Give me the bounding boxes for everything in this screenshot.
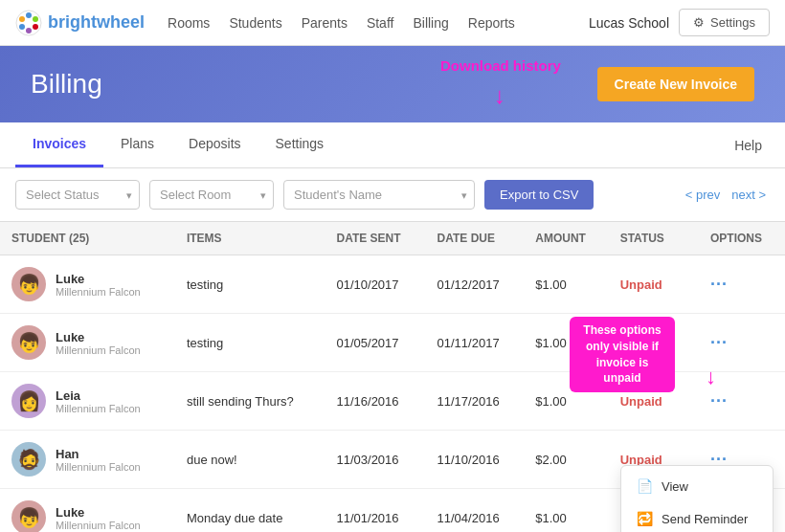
col-status: STATUS [609,222,699,255]
nav-staff[interactable]: Staff [367,15,394,31]
col-date-due: DATE DUE [426,222,525,255]
pagination: < prev next > [682,186,770,204]
items-cell: Monday due date [175,489,325,533]
items-cell: testing [175,255,325,314]
settings-button[interactable]: ⚙ Settings [679,9,770,36]
date-sent-cell: 11/16/2016 [325,372,425,431]
options-cell: ··· [699,314,785,372]
tooltip-callout: These options only visible if invoice is… [570,317,675,392]
name-filter-wrap: Student's Name [283,180,475,210]
col-date-sent: DATE SENT [325,222,425,255]
nav-reports[interactable]: Reports [468,15,515,31]
options-dots-button[interactable]: ··· [710,333,728,352]
avatar: 👦 [11,267,46,301]
student-class: Millennium Falcon [56,520,141,531]
amount-cell: $2.00 [524,431,608,489]
nav-right: Lucas School ⚙ Settings [589,9,770,36]
date-due-cell: 11/17/2016 [426,372,525,431]
amount-cell: $1.00 [524,255,608,314]
nav-rooms[interactable]: Rooms [168,15,210,31]
items-cell: due now! [175,431,325,489]
svg-point-1 [19,16,25,22]
tooltip-arrow-icon: ↓ [706,365,716,389]
prev-page-button[interactable]: < prev [682,186,725,204]
date-sent-cell: 01/05/2017 [325,314,425,372]
date-due-cell: 01/11/2017 [426,314,525,372]
avatar: 🧔 [11,442,46,477]
col-amount: AMOUNT [524,222,608,255]
billing-title: Billing [31,69,102,100]
main-content: These options only visible if invoice is… [0,168,785,532]
col-student: STUDENT (25) [0,222,175,255]
student-class: Millennium Falcon [56,403,141,414]
student-class: Millennium Falcon [56,344,141,356]
date-due-cell: 11/10/2016 [426,431,525,489]
avatar: 👦 [11,500,46,532]
room-filter[interactable]: Select Room [149,180,274,210]
next-page-button[interactable]: next > [728,186,770,204]
tab-plans[interactable]: Plans [103,122,171,167]
student-name: Leia [56,388,141,403]
col-items: ITEMS [175,222,325,255]
student-class: Millennium Falcon [56,461,141,473]
view-icon: 📄 [637,478,652,494]
amount-cell: $1.00 [524,489,608,533]
avatar: 👦 [11,325,46,360]
nav-parents[interactable]: Parents [302,15,348,31]
avatar: 👩 [11,384,46,418]
status-filter[interactable]: Select Status [15,180,140,210]
nav-billing[interactable]: Billing [413,15,448,31]
student-class: Millennium Falcon [56,286,141,298]
logo[interactable]: brightwheel [15,10,145,36]
filter-bar: Select Status Select Room Student's Name… [0,168,785,221]
send-reminder-icon: 🔁 [637,511,652,526]
nav-students[interactable]: Students [229,15,281,31]
tab-settings[interactable]: Settings [258,122,342,167]
student-cell: 👦 Luke Millennium Falcon [0,255,175,314]
student-cell: 👦 Luke Millennium Falcon [0,489,175,533]
billing-header: Billing Download history ↓ Create New In… [0,46,785,122]
col-options: OPTIONS [699,222,785,255]
student-name: Luke [56,505,141,520]
options-dots-button[interactable]: ··· [710,391,728,410]
student-cell: 👦 Luke Millennium Falcon [0,314,175,372]
svg-point-5 [26,28,32,33]
create-invoice-button[interactable]: Create New Invoice [597,67,754,101]
svg-point-2 [26,12,32,18]
dropdown-send-reminder-label: Send Reminder [662,512,748,526]
items-cell: still sending Thurs? [175,372,325,431]
tabs-bar: Invoices Plans Deposits Settings Help [0,122,785,168]
options-dropdown-menu: 📄 View 🔁 Send Reminder 💲 Mark as Paid ✏️… [620,465,774,532]
options-cell: ··· [699,255,785,314]
school-name: Lucas School [589,15,669,31]
export-csv-button[interactable]: Export to CSV [484,180,594,210]
dropdown-send-reminder[interactable]: 🔁 Send Reminder [621,502,773,532]
name-filter[interactable]: Student's Name [283,180,475,210]
student-cell: 🧔 Han Millennium Falcon [0,431,175,489]
dropdown-view[interactable]: 📄 View [621,470,773,502]
student-name: Luke [56,272,141,286]
navbar: brightwheel Rooms Students Parents Staff… [0,0,785,46]
tab-deposits[interactable]: Deposits [171,122,258,167]
help-link[interactable]: Help [727,124,770,166]
dropdown-view-label: View [662,479,688,494]
logo-text: brightwheel [48,12,145,33]
date-due-cell: 01/12/2017 [426,255,525,314]
date-sent-cell: 01/10/2017 [325,255,425,314]
room-filter-wrap: Select Room [149,180,274,210]
tab-invoices[interactable]: Invoices [15,122,103,167]
status-filter-wrap: Select Status [15,180,140,210]
svg-point-4 [33,24,38,30]
svg-point-6 [19,24,25,30]
download-history-arrow-icon: ↓ [494,82,505,109]
options-dots-button[interactable]: ··· [710,275,728,294]
download-history-label: Download history [440,57,561,74]
student-cell: 👩 Leia Millennium Falcon [0,372,175,431]
date-sent-cell: 11/03/2016 [325,431,425,489]
items-cell: testing [175,314,325,372]
table-row: 👦 Luke Millennium Falcon testing 01/10/2… [0,255,785,314]
date-due-cell: 11/04/2016 [426,489,525,533]
student-name: Han [56,447,141,461]
svg-point-3 [33,16,38,22]
student-name: Luke [56,330,141,344]
